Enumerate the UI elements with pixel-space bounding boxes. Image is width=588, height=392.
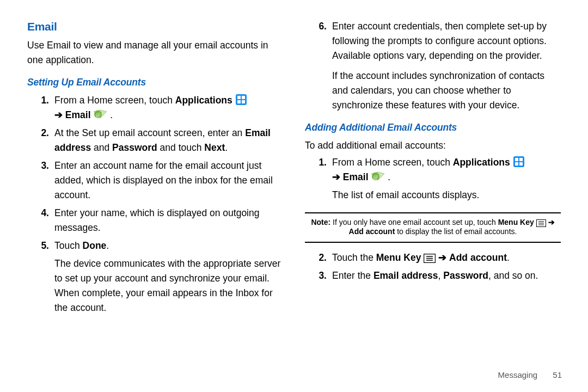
- additional-step-3: 3. Enter the Email address, Password, an…: [305, 268, 561, 283]
- svg-rect-9: [515, 158, 518, 161]
- note-box: Note: If you only have one email account…: [305, 212, 561, 243]
- setup-step-2: 2. At the Set up email account screen, e…: [27, 126, 283, 155]
- svg-rect-4: [242, 100, 245, 103]
- subsection-setup: Setting Up Email Accounts: [27, 75, 283, 90]
- setup-step-3: 3. Enter an account name for the email a…: [27, 158, 283, 203]
- setup-step-5-body: The device communicates with the appropr…: [54, 256, 283, 315]
- setup-steps: 1. From a Home screen, touch Application…: [27, 93, 283, 315]
- section-title-email: Email: [27, 19, 283, 34]
- menu-key-icon: [536, 219, 546, 227]
- setup-step-5: 5. Touch Done. The device communicates w…: [27, 238, 283, 315]
- additional-steps: 1. From a Home screen, touch Application…: [305, 155, 561, 203]
- setup-step-4: 4. Enter your name, which is displayed o…: [27, 206, 283, 235]
- svg-text:@: @: [96, 112, 101, 118]
- email-icon: @: [93, 109, 107, 120]
- additional-steps-2: 2. Touch the Menu Key ➔ Add account. 3. …: [305, 250, 561, 283]
- menu-key-icon: [424, 254, 436, 263]
- svg-rect-11: [515, 162, 518, 166]
- setup-step-1: 1. From a Home screen, touch Application…: [27, 93, 283, 122]
- additional-step-2: 2. Touch the Menu Key ➔ Add account.: [305, 250, 561, 265]
- svg-rect-1: [237, 96, 241, 99]
- svg-rect-2: [242, 96, 245, 99]
- email-icon: @: [371, 171, 385, 182]
- subsection-additional: Adding Additional Email Accounts: [305, 120, 561, 135]
- additional-step-1: 1. From a Home screen, touch Application…: [305, 155, 561, 203]
- svg-rect-12: [519, 162, 523, 166]
- svg-rect-3: [237, 100, 241, 103]
- setup-step-6: 6. Enter account credentials, then compl…: [305, 19, 561, 113]
- additional-intro: To add additional email accounts:: [305, 138, 561, 153]
- setup-steps-continued: 6. Enter account credentials, then compl…: [305, 19, 561, 113]
- applications-icon: [235, 94, 247, 106]
- additional-step-1-body: The list of email accounts displays.: [332, 188, 561, 203]
- setup-step-6-body: If the account includes synchronization …: [332, 69, 561, 113]
- applications-icon: [513, 156, 525, 168]
- left-column: Email Use Email to view and manage all y…: [16, 19, 294, 392]
- footer-page-number: 51: [553, 370, 562, 379]
- email-intro-text: Use Email to view and manage all your em…: [27, 38, 283, 68]
- right-column: 6. Enter account credentials, then compl…: [294, 19, 572, 392]
- page-footer: Messaging 51: [498, 367, 562, 382]
- svg-rect-10: [519, 158, 523, 161]
- footer-section-name: Messaging: [498, 370, 538, 379]
- svg-text:@: @: [373, 174, 378, 180]
